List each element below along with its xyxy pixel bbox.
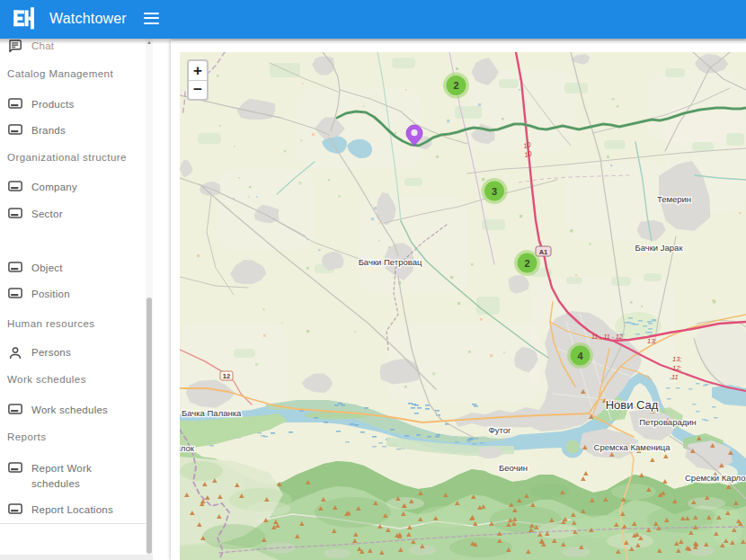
svg-text:Сремски Карловци: Сремски Карловци [685, 473, 746, 483]
svg-text:12;: 12; [672, 364, 681, 372]
svg-text:Сремска Каменица: Сремска Каменица [594, 442, 671, 452]
svg-text:Темерин: Темерин [657, 194, 691, 204]
svg-text:Футог: Футог [489, 425, 512, 435]
svg-text:4: 4 [577, 351, 583, 361]
svg-text:Бачки Петровац: Бачки Петровац [359, 257, 422, 267]
svg-text:13;: 13; [672, 355, 681, 363]
svg-text:Бачка Паланка: Бачка Паланка [182, 408, 242, 418]
svg-text:11 - 11 - 12: 11 - 11 - 12 [591, 333, 623, 340]
svg-text:A1: A1 [539, 248, 548, 256]
svg-text:Беочин: Беочин [499, 463, 528, 473]
svg-text:13;: 13; [647, 337, 656, 345]
svg-text:Илок: Илок [180, 443, 195, 453]
svg-text:12: 12 [223, 372, 230, 380]
svg-text:2: 2 [453, 80, 458, 91]
svg-text:Петроварадин: Петроварадин [639, 417, 697, 427]
svg-text:3: 3 [492, 186, 497, 197]
svg-text:2: 2 [524, 258, 529, 269]
svg-text:Бачки Јарак: Бачки Јарак [635, 243, 683, 253]
svg-text:Нови Сад: Нови Сад [606, 398, 659, 412]
svg-text:11: 11 [671, 373, 679, 381]
